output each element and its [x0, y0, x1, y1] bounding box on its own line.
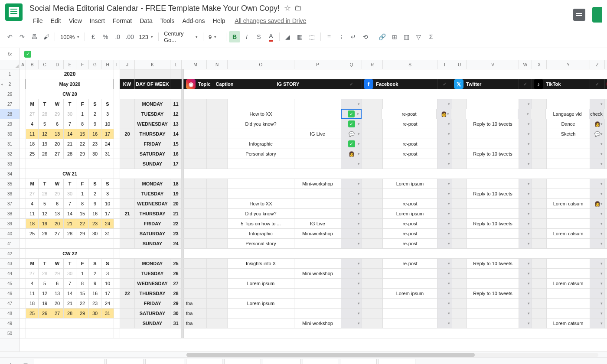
- row-numbers[interactable]: 1226272829303132333435363738394041424344…: [0, 60, 20, 351]
- move-icon[interactable]: 🗀: [294, 3, 302, 13]
- sheet-tab[interactable]: May '20: [106, 359, 144, 364]
- star-icon[interactable]: ☆: [284, 3, 291, 13]
- menu-edit[interactable]: Edit: [47, 16, 65, 26]
- bold-icon[interactable]: B: [229, 31, 240, 42]
- sheet-tab[interactable]: Nov '20: [340, 359, 377, 364]
- status-dropdown[interactable]: [341, 179, 362, 188]
- status-dropdown[interactable]: [341, 99, 362, 109]
- link-icon[interactable]: 🔗: [377, 31, 388, 42]
- fx-label: fx: [0, 48, 20, 60]
- horizontal-scrollbar[interactable]: [0, 351, 607, 358]
- status-dropdown[interactable]: [341, 159, 362, 169]
- menu-file[interactable]: File: [29, 16, 46, 26]
- filter-icon[interactable]: ▽: [413, 31, 424, 42]
- status-dropdown[interactable]: [341, 279, 362, 288]
- merge-icon[interactable]: ⬚: [307, 31, 318, 42]
- sheet-tab[interactable]: Dec '20: [379, 359, 415, 364]
- number-format-select[interactable]: 123: [136, 32, 156, 42]
- status-dropdown[interactable]: [341, 219, 362, 228]
- text-color-icon[interactable]: A: [265, 31, 277, 42]
- share-button[interactable]: [592, 7, 602, 23]
- paint-format-icon[interactable]: 🖌: [41, 31, 52, 42]
- menu-insert[interactable]: Insert: [86, 16, 108, 26]
- menu-data[interactable]: Data: [136, 16, 156, 26]
- sheet-tab[interactable]: TEMPLATE_Editorial: [34, 359, 104, 364]
- comments-icon[interactable]: [573, 9, 585, 21]
- font-select[interactable]: Century Go...: [161, 29, 200, 45]
- status-dropdown[interactable]: ✓: [341, 139, 362, 149]
- rotate-icon[interactable]: ⟲: [360, 31, 371, 42]
- sheet-tab[interactable]: Sept '20: [263, 359, 301, 364]
- redo-icon[interactable]: ↷: [16, 31, 28, 42]
- status-dropdown[interactable]: ✓: [341, 109, 362, 119]
- status-dropdown[interactable]: [341, 309, 362, 318]
- currency-icon[interactable]: £: [88, 31, 99, 42]
- sheet-tab[interactable]: July '20: [186, 359, 223, 364]
- undo-icon[interactable]: ↶: [4, 31, 16, 42]
- status-dropdown[interactable]: [341, 229, 362, 238]
- status-dropdown[interactable]: [341, 189, 362, 198]
- status-dropdown[interactable]: [341, 259, 362, 268]
- saved-status[interactable]: All changes saved in Drive: [235, 17, 306, 24]
- status-dropdown[interactable]: [341, 239, 362, 248]
- sheet-tab[interactable]: June '20: [145, 359, 184, 364]
- menu-add-ons[interactable]: Add-ons: [179, 16, 208, 26]
- valign-icon[interactable]: ⫶: [336, 31, 347, 42]
- comment-icon[interactable]: ⊞: [389, 31, 400, 42]
- doc-title[interactable]: Social Media Editorial Calendar - FREE T…: [29, 4, 280, 13]
- sheet-tab[interactable]: Oct '20: [303, 359, 338, 364]
- formula-input[interactable]: ✓: [20, 51, 36, 58]
- all-sheets-icon[interactable]: ≡: [19, 359, 32, 364]
- sheet-tab[interactable]: Aug '20: [224, 359, 261, 364]
- halign-icon[interactable]: ≡: [323, 31, 335, 42]
- column-headers[interactable]: ABCDEFGHIJKLMNOPQRSTUVWXYZAAABAC: [20, 60, 607, 69]
- print-icon[interactable]: 🖶: [29, 31, 40, 42]
- menu-help[interactable]: Help: [209, 16, 229, 26]
- fill-color-icon[interactable]: ◢: [282, 31, 294, 42]
- status-dropdown[interactable]: 👩: [341, 149, 362, 159]
- menubar: FileEditViewInsertFormatDataToolsAdd-ons…: [29, 16, 573, 26]
- wrap-icon[interactable]: ↵: [348, 31, 359, 42]
- status-dropdown[interactable]: [341, 209, 362, 218]
- sheets-logo[interactable]: [5, 3, 23, 21]
- status-dropdown[interactable]: [341, 289, 362, 298]
- decrease-decimal-icon[interactable]: .0: [112, 31, 123, 42]
- menu-tools[interactable]: Tools: [157, 16, 178, 26]
- italic-icon[interactable]: I: [241, 31, 252, 42]
- menu-format[interactable]: Format: [109, 16, 135, 26]
- percent-icon[interactable]: %: [100, 31, 111, 42]
- menu-view[interactable]: View: [65, 16, 85, 26]
- zoom-select[interactable]: 100%: [58, 32, 82, 42]
- font-size-select[interactable]: 9: [206, 32, 223, 42]
- status-dropdown[interactable]: [341, 318, 362, 328]
- status-dropdown[interactable]: [341, 199, 362, 208]
- borders-icon[interactable]: ▦: [294, 31, 306, 42]
- add-sheet-icon[interactable]: +: [4, 359, 17, 364]
- strikethrough-icon[interactable]: S: [253, 31, 264, 42]
- chart-icon[interactable]: ▥: [401, 31, 412, 42]
- status-dropdown[interactable]: [341, 299, 362, 308]
- increase-decimal-icon[interactable]: .00: [124, 31, 135, 42]
- toolbar: ↶ ↷ 🖶 🖌 100% £ % .0 .00 123 Century Go..…: [0, 26, 607, 48]
- status-dropdown[interactable]: ✓: [341, 119, 362, 129]
- status-dropdown[interactable]: [341, 269, 362, 278]
- functions-icon[interactable]: Σ: [425, 31, 437, 42]
- status-dropdown[interactable]: 💬: [341, 129, 362, 139]
